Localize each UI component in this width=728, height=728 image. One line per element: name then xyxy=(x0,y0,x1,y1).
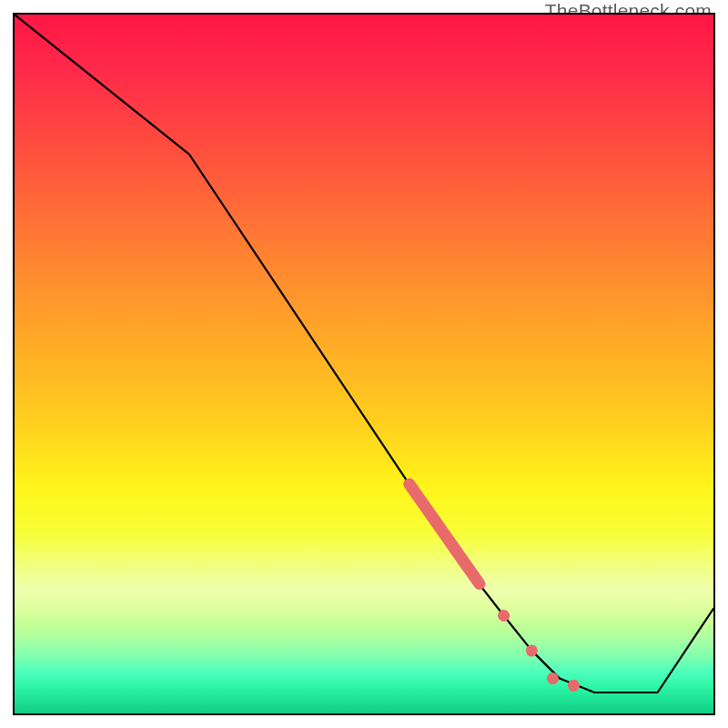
chart-container: TheBottleneck.com xyxy=(0,0,728,728)
highlight-point xyxy=(498,610,510,622)
chart-overlay-svg xyxy=(15,15,713,713)
highlight-point xyxy=(526,644,538,656)
highlight-segment xyxy=(401,476,488,592)
highlight-point xyxy=(547,672,559,684)
plot-area xyxy=(13,13,715,715)
highlight-markers xyxy=(401,476,580,692)
bottleneck-curve xyxy=(15,15,713,693)
highlight-point xyxy=(568,680,580,692)
